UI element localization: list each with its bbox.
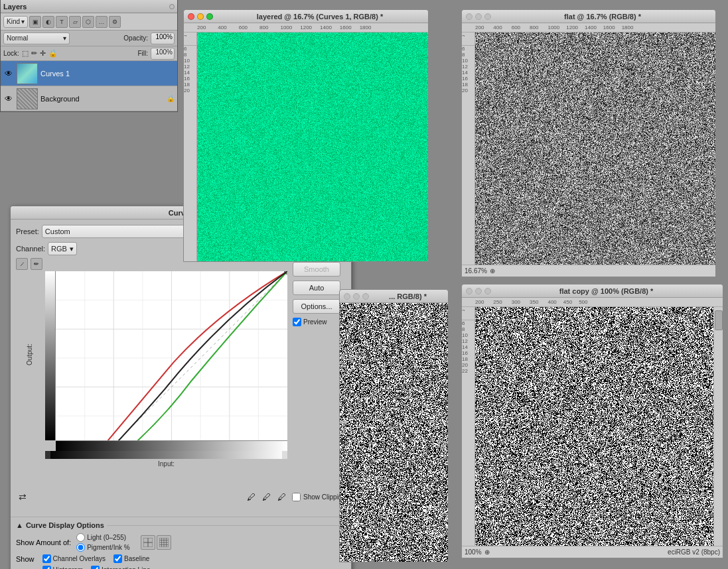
curves-bottom-section: ⇄ 🖊 🖊 🖊 Show Clipping bbox=[11, 487, 351, 514]
curve-display-options-header: ▲ Curve Display Options bbox=[16, 521, 346, 529]
shape-filter-icon[interactable]: ▱ bbox=[69, 16, 81, 28]
layers-toolbar: Kind ▾ ▣ ◐ T ▱ ⬡ … ⚙ bbox=[1, 13, 177, 31]
opacity-input[interactable]: 100% bbox=[151, 32, 175, 44]
rgb8-close-btn[interactable] bbox=[344, 293, 350, 300]
curves-svg bbox=[56, 271, 287, 440]
flat-body: 24 68 1012 1416 1820 bbox=[462, 32, 715, 265]
smooth-button[interactable]: Smooth bbox=[293, 262, 340, 277]
layers-lock-row: Lock: ⬚ ✏ ✛ 🔒 Fill: 100% bbox=[1, 46, 177, 61]
histogram-checkbox[interactable] bbox=[42, 566, 51, 569]
flat-copy-close-btn[interactable] bbox=[466, 288, 473, 294]
layer-item-background[interactable]: 👁 Background 🔒 bbox=[1, 86, 177, 111]
gray-point-eyedropper-icon[interactable]: 🖊 bbox=[259, 490, 273, 503]
intersection-line-label: Intersection Line bbox=[102, 566, 150, 569]
lock-paint-icon[interactable]: ✏ bbox=[31, 49, 37, 58]
rgb8-window: ... RGB/8) * bbox=[339, 289, 449, 562]
black-point-eyedropper-icon[interactable]: 🖊 bbox=[244, 490, 257, 503]
options-button[interactable]: Options... bbox=[293, 299, 340, 314]
light-radio-label: Light (0–255) bbox=[87, 534, 126, 541]
light-radio[interactable] bbox=[76, 533, 85, 542]
histogram-item[interactable]: Histogram bbox=[42, 566, 84, 569]
extra-filter-icon[interactable]: … bbox=[96, 16, 108, 28]
layered-min-btn[interactable] bbox=[197, 13, 204, 20]
baseline-item[interactable]: Baseline bbox=[113, 554, 149, 563]
blend-mode-select[interactable]: Normal ▾ bbox=[3, 32, 70, 44]
detailed-grid-btn[interactable] bbox=[157, 535, 171, 550]
lock-transparent-icon[interactable]: ⬚ bbox=[22, 49, 29, 58]
flat-window: flat @ 16.7% (RGB/8) * 200 400 600 800 1… bbox=[461, 9, 716, 277]
intersection-line-item[interactable]: Intersection Line bbox=[91, 566, 150, 569]
adjustment-filter-icon[interactable]: ◐ bbox=[42, 16, 54, 28]
layer-visibility-curves1[interactable]: 👁 bbox=[3, 68, 14, 79]
pigment-radio-label: Pigment/Ink % bbox=[87, 544, 129, 551]
panel-close-btn[interactable] bbox=[169, 4, 175, 9]
pixel-filter-icon[interactable]: ▣ bbox=[29, 16, 41, 28]
flat-zoom-level: 16.67% bbox=[465, 267, 487, 275]
flat-ruler-corner bbox=[462, 36, 475, 46]
rgb8-min-btn[interactable] bbox=[353, 293, 360, 300]
pigment-radio-item[interactable]: Pigment/Ink % bbox=[76, 543, 129, 552]
channel-label: Channel: bbox=[16, 245, 45, 253]
flat-copy-max-btn[interactable] bbox=[484, 288, 491, 294]
kind-filter-select[interactable]: Kind ▾ bbox=[3, 16, 28, 28]
curves-bottom-tools: ⇄ 🖊 🖊 🖊 Show Clipping bbox=[16, 490, 346, 503]
flat-copy-min-btn[interactable] bbox=[475, 288, 482, 294]
swap-channels-icon[interactable]: ⇄ bbox=[16, 490, 29, 503]
baseline-checkbox[interactable] bbox=[113, 554, 122, 563]
layer-name-curves1: Curves 1 bbox=[40, 70, 175, 78]
input-gradient-slider[interactable] bbox=[45, 451, 287, 459]
curves-right-panel: OK Cancel Smooth Auto Options... Preview bbox=[293, 225, 346, 482]
type-filter-icon[interactable]: T bbox=[56, 16, 68, 28]
white-point-handle[interactable] bbox=[282, 451, 287, 459]
channel-overlays-checkbox[interactable] bbox=[42, 554, 51, 563]
intersection-line-checkbox[interactable] bbox=[91, 566, 100, 569]
scrollbar-thumb[interactable] bbox=[715, 310, 723, 330]
curves-graph-area[interactable] bbox=[56, 271, 287, 440]
black-point-handle[interactable] bbox=[45, 451, 50, 459]
layered-close-btn[interactable] bbox=[188, 13, 194, 20]
fill-label: Fill: bbox=[137, 50, 148, 57]
input-axis-label: Input: bbox=[45, 460, 287, 468]
flat-max-btn[interactable] bbox=[484, 13, 491, 20]
layered-max-btn[interactable] bbox=[206, 13, 213, 20]
triangle-icon[interactable]: ▲ bbox=[16, 521, 23, 529]
simple-grid-icon bbox=[143, 538, 153, 547]
lock-all-icon[interactable]: 🔒 bbox=[48, 49, 58, 58]
curve-pencil-tool-icon[interactable]: ✏ bbox=[31, 258, 42, 270]
pigment-radio[interactable] bbox=[76, 543, 85, 552]
flat-copy-ruler-h: 200 250 300 350 400 450 500 bbox=[462, 298, 723, 307]
flat-copy-image-canvas bbox=[475, 307, 713, 546]
lock-move-icon[interactable]: ✛ bbox=[40, 49, 46, 58]
flat-copy-scrollbar[interactable] bbox=[713, 307, 723, 546]
white-point-eyedropper-icon[interactable]: 🖊 bbox=[275, 490, 288, 503]
settings-filter-icon[interactable]: ⚙ bbox=[109, 16, 121, 28]
preset-label: Preset: bbox=[16, 227, 39, 235]
flat-copy-ruler-area: 200 250 300 350 400 450 500 24 68 1012 1… bbox=[462, 298, 723, 546]
flat-copy-body: 24 68 1012 1416 1820 22 bbox=[462, 307, 723, 546]
preview-label: Preview bbox=[303, 318, 327, 326]
flat-close-btn[interactable] bbox=[466, 13, 473, 20]
auto-button[interactable]: Auto bbox=[293, 281, 340, 295]
rgb8-max-btn[interactable] bbox=[362, 293, 369, 300]
light-radio-item[interactable]: Light (0–255) bbox=[76, 533, 129, 542]
channel-overlays-item[interactable]: Channel Overlays bbox=[42, 554, 106, 563]
flat-copy-color-profile: eciRGB v2 (8bpc) bbox=[668, 548, 720, 556]
curves-left-panel: Preset: Custom ▾ ⚙ Channel: RGB ▾ ⟋ ✏ bbox=[16, 225, 287, 482]
channel-select[interactable]: RGB ▾ bbox=[48, 242, 77, 255]
fill-input[interactable]: 100% bbox=[151, 48, 175, 60]
flat-min-btn[interactable] bbox=[475, 13, 482, 20]
curve-point-tool-icon[interactable]: ⟋ bbox=[16, 258, 28, 270]
layers-blend-row: Normal ▾ Opacity: 100% bbox=[1, 31, 177, 46]
smartobj-filter-icon[interactable]: ⬡ bbox=[82, 16, 94, 28]
flat-window-title: flat @ 16.7% (RGB/8) * bbox=[494, 13, 711, 21]
flat-copy-zoom-level: 100% bbox=[465, 548, 482, 556]
amount-radio-group: Light (0–255) Pigment/Ink % bbox=[76, 533, 129, 552]
layer-item-curves1[interactable]: 👁 Curves 1 bbox=[1, 61, 177, 86]
preview-checkbox[interactable] bbox=[293, 318, 301, 326]
layer-visibility-background[interactable]: 👁 bbox=[3, 94, 14, 104]
show-clipping-checkbox[interactable] bbox=[292, 493, 301, 501]
simple-grid-btn[interactable] bbox=[141, 535, 155, 550]
detailed-grid-icon bbox=[159, 538, 169, 547]
titlebar-controls bbox=[169, 4, 175, 9]
preview-checkbox-row[interactable]: Preview bbox=[293, 318, 346, 326]
